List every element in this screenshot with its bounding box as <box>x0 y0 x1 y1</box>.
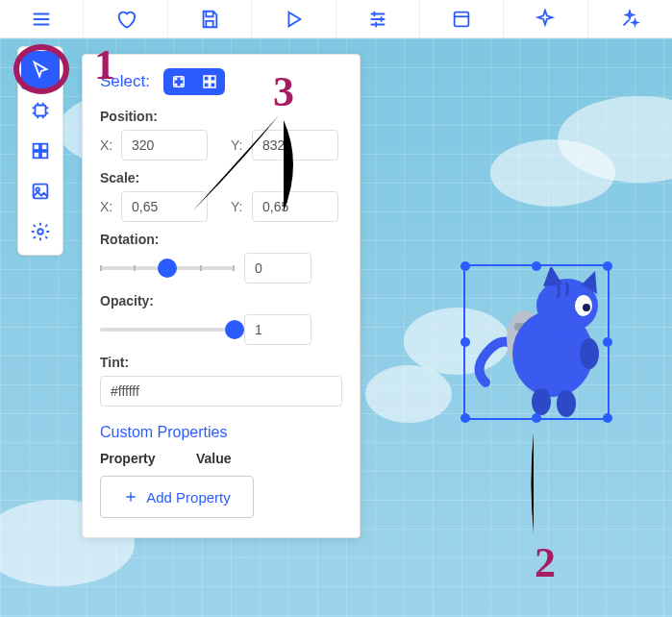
custom-properties-header: Property Value <box>100 451 342 466</box>
cloud <box>490 139 615 207</box>
menu-icon <box>31 9 52 30</box>
favorite-button[interactable] <box>84 0 167 37</box>
position-x-input[interactable] <box>121 130 208 160</box>
svg-rect-2 <box>34 144 39 150</box>
grid-icon <box>30 140 51 161</box>
svg-rect-15 <box>211 76 215 81</box>
image-tool[interactable] <box>21 172 60 210</box>
handle-w[interactable] <box>460 337 470 347</box>
save-icon <box>199 9 220 30</box>
add-property-button[interactable]: Add Property <box>100 476 254 518</box>
opacity-input[interactable] <box>244 314 311 345</box>
handle-se[interactable] <box>603 413 612 423</box>
chip-icon <box>30 100 51 121</box>
svg-rect-16 <box>204 83 209 87</box>
sliders-button[interactable] <box>336 0 420 37</box>
tool-strip <box>17 46 63 256</box>
svg-rect-5 <box>41 152 47 158</box>
heart-icon <box>115 9 137 30</box>
scale-y-input[interactable] <box>252 191 338 222</box>
opacity-label: Opacity: <box>100 293 342 308</box>
magic-button[interactable] <box>588 0 672 37</box>
window-icon <box>451 9 472 30</box>
position-y-input[interactable] <box>252 130 338 160</box>
svg-point-10 <box>175 78 177 80</box>
play-icon <box>283 9 304 30</box>
rotation-slider[interactable] <box>100 259 235 278</box>
sparkle-button[interactable] <box>504 0 587 37</box>
settings-tool[interactable] <box>21 212 60 251</box>
handle-sw[interactable] <box>460 413 470 423</box>
scale-x-label: X: <box>100 199 115 214</box>
svg-point-13 <box>181 84 183 86</box>
svg-rect-14 <box>204 76 209 81</box>
svg-rect-6 <box>34 185 48 199</box>
svg-rect-17 <box>211 83 215 87</box>
svg-rect-1 <box>36 106 46 116</box>
pointer-icon <box>30 60 51 81</box>
play-button[interactable] <box>252 0 336 37</box>
select-mode-toggle <box>163 68 225 95</box>
gear-icon <box>30 221 51 242</box>
inspector-panel: Select: Position: X: Y: Scale: X: Y: Rot… <box>82 54 361 538</box>
position-label: Position: <box>100 109 342 124</box>
entity-tool[interactable] <box>21 91 60 130</box>
props-col-value: Value <box>196 451 232 466</box>
plus-icon <box>123 489 138 505</box>
position-y-label: Y: <box>231 137 246 153</box>
top-toolbar <box>0 0 672 38</box>
props-col-property: Property <box>100 451 196 466</box>
handle-s[interactable] <box>532 413 541 423</box>
sparkle-icon <box>535 9 556 30</box>
selection-bounds[interactable] <box>463 264 610 420</box>
mode-multi-button[interactable] <box>194 68 225 95</box>
window-button[interactable] <box>420 0 504 37</box>
rotation-label: Rotation: <box>100 232 342 247</box>
svg-point-11 <box>181 78 183 80</box>
select-label: Select: <box>100 72 150 91</box>
svg-rect-4 <box>34 152 39 158</box>
svg-rect-3 <box>41 144 47 150</box>
svg-rect-0 <box>455 12 469 26</box>
sliders-icon <box>367 9 388 30</box>
menu-button[interactable] <box>0 0 84 37</box>
tint-input[interactable] <box>100 376 342 407</box>
single-icon <box>170 73 187 90</box>
handle-e[interactable] <box>603 337 612 347</box>
scale-y-label: Y: <box>231 199 246 214</box>
svg-point-7 <box>36 187 39 191</box>
magic-icon <box>619 9 640 30</box>
save-button[interactable] <box>168 0 252 37</box>
custom-properties-heading: Custom Properties <box>100 424 342 441</box>
grid-tool[interactable] <box>21 132 60 170</box>
add-property-label: Add Property <box>146 489 231 506</box>
pointer-tool[interactable] <box>21 51 60 89</box>
scale-x-input[interactable] <box>121 191 208 222</box>
svg-point-12 <box>175 84 177 86</box>
handle-n[interactable] <box>532 261 541 271</box>
position-x-label: X: <box>100 137 115 153</box>
opacity-slider[interactable] <box>100 320 235 339</box>
tint-label: Tint: <box>100 355 342 370</box>
handle-ne[interactable] <box>603 261 612 271</box>
rotation-input[interactable] <box>244 253 311 284</box>
multi-icon <box>201 73 218 90</box>
mode-single-button[interactable] <box>163 68 194 95</box>
image-icon <box>30 181 51 202</box>
handle-nw[interactable] <box>460 261 470 271</box>
svg-point-8 <box>37 229 43 234</box>
scale-label: Scale: <box>100 170 342 185</box>
cloud <box>365 365 452 423</box>
